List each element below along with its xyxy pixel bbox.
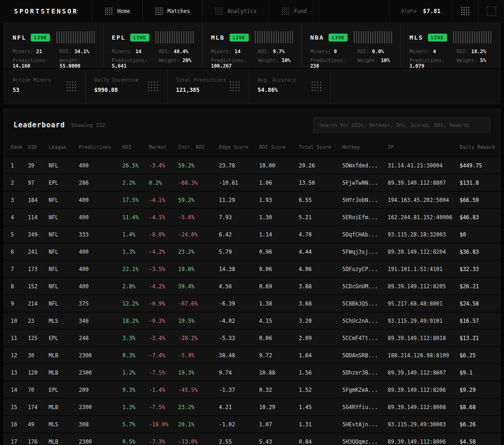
- cell-predictions: 400: [79, 191, 122, 209]
- table-row: 5 249 NFL 333 1.4% -8.0% -24.0% 6.42 1.1…: [4, 226, 500, 243]
- cell-rank: 11: [4, 329, 28, 347]
- cell-predictions: 400: [79, 260, 122, 278]
- live-badge: LIVE: [329, 34, 348, 42]
- cell-daily-reward: $9.29: [460, 381, 500, 398]
- cell-hotkey[interactable]: 5DDAnSRB...: [342, 347, 387, 364]
- league-weight-bar: [354, 31, 392, 43]
- cell-league: MLS: [49, 416, 79, 433]
- cell-total-score: 3.88: [299, 278, 342, 295]
- cell-market: -0.9%: [149, 295, 178, 312]
- table-row: 3 184 NFL 400 17.5% -4.1% 59.2% 11.29 1.…: [4, 191, 500, 209]
- cell-uid: 184: [28, 191, 49, 209]
- cell-ip: 162.244.81.152:40006: [388, 209, 460, 226]
- cell-edge-score: 7.93: [219, 209, 259, 226]
- cell-roi: 1.3%: [122, 398, 149, 416]
- cell-total-score: 3.68: [299, 295, 342, 312]
- cell-roi: 11.4%: [122, 209, 149, 226]
- frame-grid-icon: [487, 7, 496, 16]
- predictions-label: Predictions:: [112, 57, 147, 63]
- cell-market: -1.4%: [149, 381, 178, 398]
- cell-daily-reward: $32.33: [460, 260, 500, 278]
- cell-edge-score: -1.02: [219, 416, 259, 433]
- cell-hotkey[interactable]: 5C8BkJQS...: [342, 295, 387, 312]
- cell-roi-score: 0.69: [259, 278, 299, 295]
- cell-roi: 1.3%: [122, 243, 149, 260]
- cell-rank: 6: [4, 243, 28, 260]
- cell-market: -18.0%: [149, 416, 178, 433]
- cell-predictions: 2300: [79, 347, 122, 364]
- cell-hotkey[interactable]: 5HYrJobN...: [342, 191, 387, 209]
- stat-card: Daily Incentive $990.08: [86, 70, 168, 104]
- stat-grid-icon: [311, 81, 323, 93]
- nav-item[interactable]: Fund: [269, 0, 320, 22]
- cell-hotkey[interactable]: 5FgmKZeA...: [342, 381, 387, 398]
- cell-ip: 89.39.149.112:8807: [388, 174, 460, 191]
- league-weight-bar: [155, 31, 194, 43]
- cell-total-score: 1.52: [299, 381, 342, 398]
- roi-value: 18.2%: [471, 49, 486, 54]
- cell-hotkey[interactable]: 5DFuzyCP...: [342, 260, 387, 278]
- nav-grid-icon: [281, 7, 290, 15]
- predictions-value: 5,641: [112, 63, 127, 69]
- nav-item[interactable]: Matches: [143, 0, 203, 22]
- league-name: EPL: [112, 34, 126, 41]
- cell-ip: 89.39.149.112:8205: [388, 278, 460, 295]
- cell-roi: 5.7%: [122, 416, 149, 433]
- frame-menu-button[interactable]: [478, 0, 504, 22]
- cell-roi: 1.4%: [122, 226, 149, 243]
- nav-item-label: Fund: [294, 8, 307, 14]
- cell-hotkey[interactable]: 5CCmF4Tt...: [342, 329, 387, 347]
- cell-ip: 93.115.29.49:9101: [388, 312, 460, 329]
- cell-hotkey[interactable]: 5DWxfded...: [342, 157, 387, 174]
- cell-league: MLB: [49, 398, 79, 416]
- cell-incr-roi: 23.2%: [178, 243, 219, 260]
- cell-hotkey[interactable]: 5Dhzer3B...: [342, 364, 387, 381]
- roi-value: 0.0%: [372, 49, 384, 54]
- weight-label: Weight:: [60, 57, 80, 63]
- cell-edge-score: -6.39: [219, 295, 259, 312]
- cell-hotkey[interactable]: 5HEvtAjn...: [342, 416, 387, 433]
- league-name: NBA: [310, 34, 324, 41]
- search-input[interactable]: [313, 117, 490, 133]
- cell-market: 0.2%: [149, 174, 178, 191]
- cell-roi: 1.2%: [122, 364, 149, 381]
- cell-hotkey[interactable]: 5ChUc2nA...: [342, 312, 387, 329]
- cell-total-score: 2.09: [299, 329, 342, 347]
- cell-hotkey[interactable]: 5H3QQqmz...: [342, 433, 387, 445]
- nav-grid-icon: [215, 7, 223, 15]
- cell-league: NFL: [49, 157, 79, 174]
- cell-market: -0.3%: [149, 312, 178, 329]
- cell-market: -8.0%: [149, 226, 178, 243]
- cell-uid: 214: [28, 295, 49, 312]
- cell-hotkey[interactable]: 5ERoiEfm...: [342, 209, 387, 226]
- cell-roi-score: 4.15: [259, 312, 299, 329]
- nav-item[interactable]: Analytics: [203, 0, 269, 22]
- brand-logo[interactable]: SPORTSTENSOR: [0, 0, 92, 22]
- cell-rank: 4: [4, 209, 28, 226]
- cell-ip: 188.214.128.98:8109: [388, 347, 460, 364]
- alpha-label: Alpha: [401, 8, 416, 14]
- league-weight-bar: [56, 31, 95, 43]
- cell-hotkey[interactable]: 5FjwTwNN...: [342, 174, 387, 191]
- miners-value: 4: [433, 49, 436, 54]
- cell-rank: 5: [4, 226, 28, 243]
- cell-hotkey[interactable]: 5FWqj3sj...: [342, 243, 387, 260]
- stat-grid-icon: [66, 81, 78, 93]
- grid-menu-button[interactable]: [452, 0, 478, 22]
- cell-edge-score: 14.38: [219, 260, 259, 278]
- cell-roi: 18.2%: [122, 312, 149, 329]
- cell-roi-score: 0.06: [259, 260, 299, 278]
- cell-hotkey[interactable]: 5G4RYfiu...: [342, 398, 387, 416]
- cell-predictions: 248: [79, 329, 122, 347]
- nav-item[interactable]: Home: [92, 0, 143, 22]
- table-row: 16 49 MLS 308 5.7% -18.0% 20.1% -1.02 1.…: [4, 416, 500, 433]
- cell-daily-reward: $16.57: [460, 312, 500, 329]
- col-roi: ROI: [122, 140, 149, 157]
- cell-edge-score: -4.02: [219, 312, 259, 329]
- nav-item-label: Analytics: [227, 8, 256, 14]
- cell-league: EPL: [49, 381, 79, 398]
- weight-label: Weight:: [159, 57, 179, 63]
- cell-hotkey[interactable]: 5CDcGnUM...: [342, 278, 387, 295]
- cell-hotkey[interactable]: 5DqfCHAb...: [342, 226, 387, 243]
- stat-grid-icon: [229, 81, 241, 93]
